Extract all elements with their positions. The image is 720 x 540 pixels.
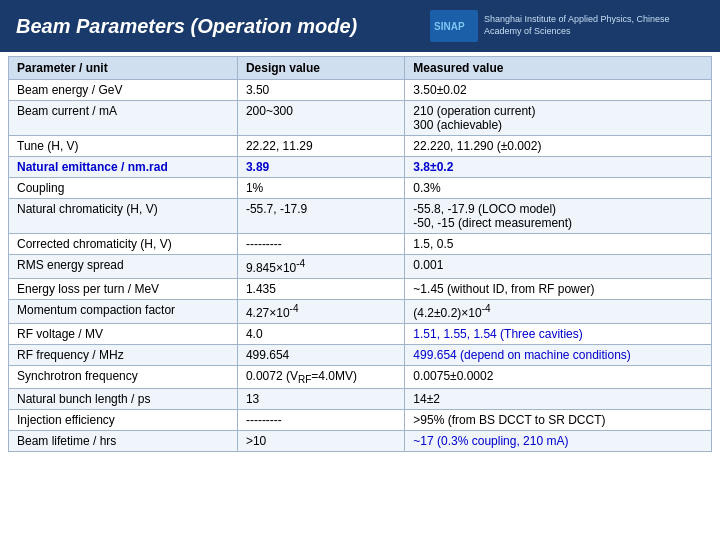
page-title: Beam Parameters (Operation mode) — [16, 15, 357, 38]
parameters-table-container: Parameter / unit Design value Measured v… — [0, 52, 720, 456]
logo-area: SINAP Shanghai Institute of Applied Phys… — [430, 10, 704, 42]
col-header-design: Design value — [237, 57, 404, 80]
table-row-measured: 0.3% — [405, 178, 712, 199]
sinap-logo-icon: SINAP — [430, 10, 478, 42]
table-row-measured: (4.2±0.2)×10-4 — [405, 300, 712, 324]
table-row-measured: 14±2 — [405, 389, 712, 410]
table-row-param: RF frequency / MHz — [9, 345, 238, 366]
table-row-param: Beam current / mA — [9, 101, 238, 136]
table-row-param: Tune (H, V) — [9, 136, 238, 157]
table-row-design: 13 — [237, 389, 404, 410]
header: Beam Parameters (Operation mode) SINAP S… — [0, 0, 720, 52]
col-header-measured: Measured value — [405, 57, 712, 80]
table-row-param: Coupling — [9, 178, 238, 199]
table-row-measured: 0.0075±0.0002 — [405, 366, 712, 389]
table-row-design: 499.654 — [237, 345, 404, 366]
table-row-measured: 3.8±0.2 — [405, 157, 712, 178]
table-row-design: 9.845×10-4 — [237, 255, 404, 279]
table-row-design: 4.0 — [237, 324, 404, 345]
table-row-measured: 499.654 (depend on machine conditions) — [405, 345, 712, 366]
table-row-param: Synchrotron frequency — [9, 366, 238, 389]
table-row-design: 1% — [237, 178, 404, 199]
table-row-param: RMS energy spread — [9, 255, 238, 279]
table-row-param: Natural bunch length / ps — [9, 389, 238, 410]
table-row-design: 0.0072 (VRF=4.0MV) — [237, 366, 404, 389]
table-row-param: Natural chromaticity (H, V) — [9, 199, 238, 234]
table-row-design: --------- — [237, 234, 404, 255]
parameters-table: Parameter / unit Design value Measured v… — [8, 56, 712, 452]
table-row-measured: ~17 (0.3% coupling, 210 mA) — [405, 431, 712, 452]
table-row-param: RF voltage / MV — [9, 324, 238, 345]
table-row-measured: 1.5, 0.5 — [405, 234, 712, 255]
table-row-measured: 210 (operation current)300 (achievable) — [405, 101, 712, 136]
table-row-design: 3.89 — [237, 157, 404, 178]
table-row-measured: >95% (from BS DCCT to SR DCCT) — [405, 410, 712, 431]
table-row-measured: -55.8, -17.9 (LOCO model)-50, -15 (direc… — [405, 199, 712, 234]
table-row-measured: 0.001 — [405, 255, 712, 279]
table-row-design: -55.7, -17.9 — [237, 199, 404, 234]
table-row-design: 4.27×10-4 — [237, 300, 404, 324]
table-row-param: Momentum compaction factor — [9, 300, 238, 324]
table-row-param: Beam energy / GeV — [9, 80, 238, 101]
table-row-param: Energy loss per turn / MeV — [9, 279, 238, 300]
table-row-design: --------- — [237, 410, 404, 431]
table-row-design: 3.50 — [237, 80, 404, 101]
logo-text: Shanghai Institute of Applied Physics, C… — [484, 14, 704, 37]
table-row-param: Corrected chromaticity (H, V) — [9, 234, 238, 255]
table-row-measured: 3.50±0.02 — [405, 80, 712, 101]
svg-text:SINAP: SINAP — [434, 21, 465, 32]
table-row-design: 22.22, 11.29 — [237, 136, 404, 157]
table-row-param: Injection efficiency — [9, 410, 238, 431]
table-row-param: Beam lifetime / hrs — [9, 431, 238, 452]
table-row-measured: 1.51, 1.55, 1.54 (Three cavities) — [405, 324, 712, 345]
table-row-design: >10 — [237, 431, 404, 452]
table-row-measured: 22.220, 11.290 (±0.002) — [405, 136, 712, 157]
table-row-param: Natural emittance / nm.rad — [9, 157, 238, 178]
table-row-measured: ~1.45 (without ID, from RF power) — [405, 279, 712, 300]
table-row-design: 1.435 — [237, 279, 404, 300]
col-header-param: Parameter / unit — [9, 57, 238, 80]
table-row-design: 200~300 — [237, 101, 404, 136]
